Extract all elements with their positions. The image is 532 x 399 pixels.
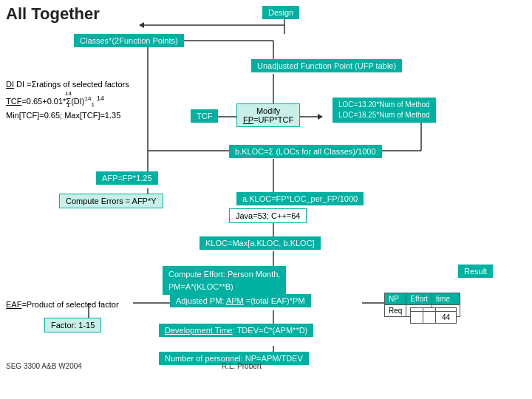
result-box: Result (458, 265, 493, 278)
tcf-box: TCF (191, 109, 218, 123)
table-value: 44 (410, 307, 457, 324)
svg-marker-2 (139, 22, 144, 28)
rl-text: R.L. Probert (222, 362, 262, 370)
classes-box: Classes*(2Function Points) (74, 34, 184, 47)
devtime-box: Development Time: TDEV=C*(APM**D) (159, 324, 313, 337)
modify-box: Modify FP=UFP*TCF (236, 103, 300, 127)
factor-box: Factor: 1-15 (44, 318, 101, 332)
afp-box: AFP=FP*1.25 (96, 171, 158, 185)
eaf-text: EAF=Product of selected factor (6, 300, 119, 309)
akloc-box: a.KLOC=FP*LOC_per_FP/1000 (236, 192, 364, 205)
tcf-sub: 1 (66, 102, 69, 109)
java-box: Java=53; C++=64 (229, 208, 307, 223)
tcf-sup: 14 (65, 90, 72, 97)
page-title: All Together (6, 4, 100, 24)
errors-box: Compute Errors = AFP*Y (59, 194, 163, 208)
design-box: Design (262, 6, 299, 19)
loc-box: LOC=13.20*Num of Method LOC=18.25*Num of… (332, 98, 436, 123)
tcf-minmax: Min[TCF]=0.65; Max[TCF]=1.35 (6, 111, 120, 120)
tcf-formula: TCF=0.65+0.01*Σ(DI)141 14 (6, 95, 104, 108)
kloc-box: KLOC=Max[a.KLOC, b.KLOC] (200, 236, 321, 250)
bkloc-box: b.KLOC=Σ (LOCs for all Classes)/1000 (229, 145, 382, 158)
di-text: DI DI =Σratings of selected factors (6, 80, 129, 89)
seg-text: SEG 3300 A&B W2004 (6, 362, 82, 370)
svg-marker-11 (318, 114, 323, 120)
ufp-box: Unadjusted Function Point (UFP table) (251, 59, 402, 72)
adjpm-box: Adjusted PM: APM =(total EAF)*PM (170, 294, 311, 307)
effort-box: Compute Effort: Person Month, PM=A*(KLOC… (163, 266, 286, 295)
